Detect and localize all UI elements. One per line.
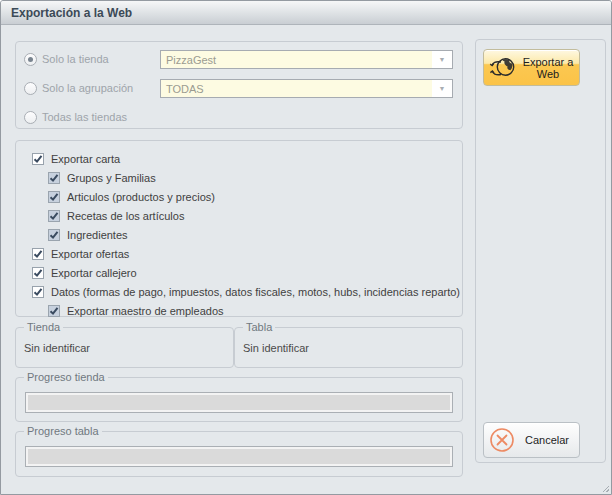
radio-solo-tienda[interactable] xyxy=(24,53,37,66)
tabla-status-value: Sin identificar xyxy=(243,342,309,354)
titlebar: Exportación a la Web xyxy=(1,1,611,25)
export-to-web-button[interactable]: Exportar a Web xyxy=(483,49,580,86)
radio-row-solo-tienda: Solo la tienda PizzaGest ▼ xyxy=(16,50,462,70)
dialog-body: Solo la tienda PizzaGest ▼ Solo la agrup… xyxy=(2,26,612,495)
checkbox-icon[interactable] xyxy=(48,210,60,222)
option-row[interactable]: Grupos y Familias xyxy=(16,168,462,187)
radio-solo-agrupacion-label: Solo la agrupación xyxy=(42,82,133,94)
tienda-group-label: Tienda xyxy=(24,320,63,334)
checkbox-icon[interactable] xyxy=(32,153,44,165)
option-row[interactable]: Exportar ofertas xyxy=(16,244,462,263)
radio-todas-tiendas[interactable] xyxy=(24,111,37,124)
option-label: Exportar ofertas xyxy=(51,248,129,260)
progreso-tabla-track xyxy=(28,449,450,464)
store-combo-value: PizzaGest xyxy=(161,54,432,66)
progreso-tienda-bar xyxy=(25,392,453,413)
option-label: Grupos y Familias xyxy=(67,172,156,184)
globe-export-icon xyxy=(489,54,517,82)
progreso-tienda-track xyxy=(28,395,450,410)
tabla-group-label: Tabla xyxy=(243,320,275,334)
chevron-down-icon[interactable]: ▼ xyxy=(432,51,452,68)
progreso-tabla-label: Progreso tabla xyxy=(24,424,102,438)
checkbox-icon[interactable] xyxy=(32,248,44,260)
checkbox-icon[interactable] xyxy=(32,267,44,279)
checkbox-icon[interactable] xyxy=(32,286,44,298)
actions-panel: Exportar a Web Cancelar xyxy=(475,39,606,463)
radio-todas-tiendas-label: Todas las tiendas xyxy=(42,111,127,123)
tienda-status-group: Tienda Sin identificar xyxy=(15,327,234,368)
export-options-group: Exportar cartaGrupos y FamiliasArticulos… xyxy=(15,140,463,317)
radio-row-solo-agrupacion: Solo la agrupación TODAS ▼ xyxy=(16,79,462,99)
option-row[interactable]: Recetas de los artículos xyxy=(16,206,462,225)
store-selection-group: Solo la tienda PizzaGest ▼ Solo la agrup… xyxy=(15,41,463,129)
option-label: Articulos (productos y precios) xyxy=(67,191,215,203)
progreso-tienda-group: Progreso tienda xyxy=(15,377,463,422)
option-label: Datos (formas de pago, impuestos, datos … xyxy=(51,286,460,298)
checkbox-icon[interactable] xyxy=(48,229,60,241)
resize-grip[interactable] xyxy=(600,483,609,492)
option-label: Exportar carta xyxy=(51,153,120,165)
cancel-button[interactable]: Cancelar xyxy=(483,422,580,458)
option-label: Ingredientes xyxy=(67,229,128,241)
window-title: Exportación a la Web xyxy=(11,6,132,20)
export-dialog-window: Exportación a la Web Solo la tienda Pizz… xyxy=(0,0,612,495)
option-row[interactable]: Articulos (productos y precios) xyxy=(16,187,462,206)
progreso-tabla-group: Progreso tabla xyxy=(15,431,463,477)
option-row[interactable]: Exportar maestro de empleados xyxy=(16,301,462,320)
radio-solo-tienda-label: Solo la tienda xyxy=(42,53,109,65)
tienda-status-value: Sin identificar xyxy=(24,342,90,354)
option-label: Exportar callejero xyxy=(51,267,137,279)
option-row[interactable]: Exportar callejero xyxy=(16,263,462,282)
checkbox-icon[interactable] xyxy=(48,305,60,317)
group-combo[interactable]: TODAS ▼ xyxy=(160,79,453,98)
export-to-web-label: Exportar a Web xyxy=(517,56,579,80)
export-options-list: Exportar cartaGrupos y FamiliasArticulos… xyxy=(16,141,462,320)
option-row[interactable]: Datos (formas de pago, impuestos, datos … xyxy=(16,282,462,301)
checkbox-icon[interactable] xyxy=(48,191,60,203)
option-row[interactable]: Ingredientes xyxy=(16,225,462,244)
option-label: Recetas de los artículos xyxy=(67,210,184,222)
checkbox-icon[interactable] xyxy=(48,172,60,184)
chevron-down-icon[interactable]: ▼ xyxy=(432,80,452,97)
tabla-status-group: Tabla Sin identificar xyxy=(234,327,463,368)
progreso-tienda-label: Progreso tienda xyxy=(24,370,108,384)
radio-solo-agrupacion[interactable] xyxy=(24,82,37,95)
progreso-tabla-bar xyxy=(25,446,453,467)
option-row[interactable]: Exportar carta xyxy=(16,149,462,168)
cancel-circle-x-icon xyxy=(489,427,515,453)
cancel-button-label: Cancelar xyxy=(515,434,579,446)
store-combo[interactable]: PizzaGest ▼ xyxy=(160,50,453,69)
option-label: Exportar maestro de empleados xyxy=(67,305,224,317)
group-combo-value: TODAS xyxy=(161,83,432,95)
radio-row-todas-tiendas: Todas las tiendas xyxy=(16,108,462,128)
